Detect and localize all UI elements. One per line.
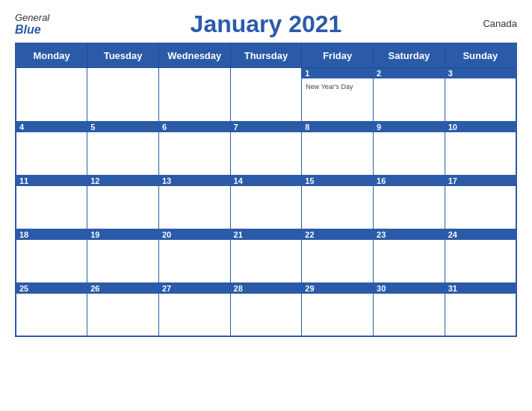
calendar-cell: 30 xyxy=(374,282,445,336)
date-number: 11 xyxy=(16,176,87,186)
date-number: 24 xyxy=(445,229,516,240)
date-number: 18 xyxy=(16,229,87,240)
cell-content: 30 xyxy=(377,285,441,297)
cell-content: 21 xyxy=(235,232,298,243)
cell-content: 5 xyxy=(91,124,155,135)
cell-content: 3 xyxy=(449,70,512,81)
cell-content: 24 xyxy=(449,232,512,243)
calendar-cell: 17 xyxy=(445,175,516,229)
date-number: 26 xyxy=(87,283,158,294)
date-number: 9 xyxy=(374,122,445,132)
date-number: 30 xyxy=(374,283,445,294)
calendar-cell: 24 xyxy=(445,229,516,282)
cell-content: 11 xyxy=(20,178,83,189)
calendar-cell: 27 xyxy=(158,282,230,336)
cell-content: 4 xyxy=(20,124,83,135)
cell-content: 6 xyxy=(163,124,226,135)
col-thursday: Thursday xyxy=(230,43,302,67)
date-number: 8 xyxy=(302,122,373,132)
date-number: 21 xyxy=(231,229,302,240)
calendar-cell: 10 xyxy=(445,121,516,175)
calendar-cell: 20 xyxy=(158,229,230,282)
calendar-cell: 9 xyxy=(374,121,445,175)
calendar-cell: 8 xyxy=(302,121,374,175)
date-number: 17 xyxy=(445,176,516,186)
date-number: 1 xyxy=(302,68,373,78)
date-number: 4 xyxy=(16,122,87,132)
page-title: January 2021 xyxy=(191,10,342,38)
cell-content: 20 xyxy=(163,232,226,243)
cell-content: 19 xyxy=(91,232,155,243)
date-number: 14 xyxy=(231,176,302,186)
cell-content: 25 xyxy=(20,285,83,297)
calendar-header: General Blue January 2021 Canada xyxy=(15,7,517,38)
date-number: 6 xyxy=(159,122,230,132)
date-number: 20 xyxy=(159,229,230,240)
calendar-cell: 31 xyxy=(445,282,516,336)
date-number: 13 xyxy=(159,176,230,186)
calendar-cell: 14 xyxy=(230,175,302,229)
col-friday: Friday xyxy=(302,43,374,67)
date-number: 2 xyxy=(374,68,445,78)
col-saturday: Saturday xyxy=(374,43,445,67)
calendar-table: Monday Tuesday Wednesday Thursday Friday… xyxy=(15,43,517,337)
calendar-cell: 12 xyxy=(87,175,159,229)
calendar-cell: 15 xyxy=(302,175,374,229)
cell-content: 13 xyxy=(163,178,226,189)
calendar-cell: 2 xyxy=(374,67,445,121)
calendar-cell: 19 xyxy=(87,229,159,282)
date-number: 23 xyxy=(374,229,445,240)
calendar-cell: 3 xyxy=(445,67,516,121)
cell-content: 22 xyxy=(306,232,369,243)
cell-content: 18 xyxy=(20,232,83,243)
calendar-cell xyxy=(87,67,159,121)
calendar-cell: 1New Year's Day xyxy=(302,67,374,121)
calendar-cell: 4 xyxy=(16,121,87,175)
calendar-cell xyxy=(230,67,302,121)
date-number: 12 xyxy=(87,176,158,186)
date-number: 16 xyxy=(374,176,445,186)
week-row-1: 1New Year's Day23 xyxy=(16,67,516,121)
calendar-cell xyxy=(16,67,87,121)
calendar-cell: 23 xyxy=(374,229,445,282)
calendar-cell: 7 xyxy=(230,121,302,175)
calendar-cell: 5 xyxy=(87,121,159,175)
day-headers-row: Monday Tuesday Wednesday Thursday Friday… xyxy=(16,43,516,67)
col-tuesday: Tuesday xyxy=(87,43,159,67)
calendar-cell: 6 xyxy=(158,121,230,175)
cell-content: 17 xyxy=(449,178,512,189)
cell-content: 15 xyxy=(306,178,369,189)
cell-content: 2 xyxy=(377,70,441,81)
cell-content: 12 xyxy=(91,178,155,189)
date-number: 7 xyxy=(231,122,302,132)
cell-content: 16 xyxy=(377,178,441,189)
cell-content: 31 xyxy=(449,285,512,297)
calendar-cell: 25 xyxy=(16,282,87,336)
cell-content: 10 xyxy=(449,124,512,135)
date-number: 31 xyxy=(445,283,516,294)
cell-content: 8 xyxy=(306,124,369,135)
cell-content: 7 xyxy=(235,124,298,135)
logo-blue-text: Blue xyxy=(15,23,41,37)
calendar-cell: 18 xyxy=(16,229,87,282)
date-number: 5 xyxy=(87,122,158,132)
calendar-cell xyxy=(158,67,230,121)
cell-content: 23 xyxy=(377,232,441,243)
date-number: 19 xyxy=(87,229,158,240)
week-row-2: 45678910 xyxy=(16,121,516,175)
date-number: 10 xyxy=(445,122,516,132)
logo-general-text: General xyxy=(15,13,49,23)
calendar-cell: 29 xyxy=(302,282,374,336)
col-monday: Monday xyxy=(16,43,87,67)
col-wednesday: Wednesday xyxy=(158,43,230,67)
cell-content: 29 xyxy=(306,285,369,297)
col-sunday: Sunday xyxy=(445,43,516,67)
date-number: 3 xyxy=(445,68,516,78)
cell-content: 28 xyxy=(235,285,298,297)
calendar-cell: 22 xyxy=(302,229,374,282)
cell-content: 26 xyxy=(91,285,155,297)
country-label: Canada xyxy=(483,17,517,28)
cell-content: 14 xyxy=(235,178,298,189)
calendar-cell: 16 xyxy=(374,175,445,229)
logo: General Blue xyxy=(15,13,49,37)
